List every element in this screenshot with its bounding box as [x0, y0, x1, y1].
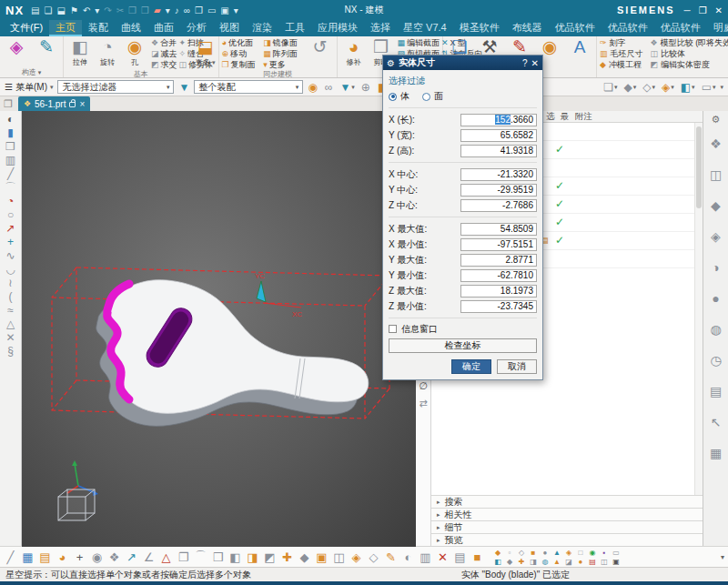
collapsed-section[interactable]: ▸相关性	[431, 508, 703, 520]
ribbon-tab[interactable]: 分析	[180, 20, 213, 36]
open-file-icon[interactable]: ❏	[45, 5, 53, 15]
compare-body-icon[interactable]: ◫比较体	[651, 48, 728, 59]
new-file-icon[interactable]: ▤	[31, 5, 39, 15]
mini-icon-19[interactable]: ●	[576, 558, 585, 566]
window-view-icon[interactable]: ❏▾	[603, 81, 617, 94]
mini-icon-16[interactable]: ◍	[541, 558, 550, 566]
field-input[interactable]: -29.9519	[460, 184, 537, 197]
field-input[interactable]: -21.3320	[460, 168, 537, 181]
select-tool-icon[interactable]: ↖	[706, 413, 726, 431]
snap-x-icon[interactable]: ✕	[436, 550, 450, 564]
snap-grid-icon[interactable]: ▦	[21, 550, 35, 564]
dialog-title-bar[interactable]: ⚙ 实体尺寸 ? ✕	[383, 55, 542, 70]
mini-icon-14[interactable]: ✚	[517, 558, 526, 566]
more-basic-button[interactable]: ⬓ 更多 ▾	[196, 37, 216, 67]
mini-icon-22[interactable]: ▣	[612, 558, 621, 566]
studio-view-icon[interactable]: ◈▾	[662, 81, 674, 94]
cancel-button[interactable]: 取消	[497, 359, 537, 374]
command-caret-icon[interactable]: ▾	[166, 5, 170, 15]
refresh-list-icon[interactable]: ⇄	[419, 398, 427, 409]
magnet-icon[interactable]: ⊕	[361, 81, 371, 94]
ribbon-tab[interactable]: 曲面	[147, 20, 180, 36]
shaded-view-icon[interactable]: ◆▾	[624, 81, 637, 94]
mini-icon-20[interactable]: ▤	[588, 558, 597, 566]
window-icon[interactable]: ▭	[207, 5, 216, 15]
bookmark-icon[interactable]: ⚑	[70, 5, 78, 15]
gear-icon[interactable]: ⚙	[712, 114, 721, 126]
snap-half3-icon[interactable]: ◩	[263, 550, 277, 564]
window-layout-icon[interactable]: ❐	[4, 98, 13, 110]
dialog-close-icon[interactable]: ✕	[531, 58, 539, 68]
reverse-shell-icon[interactable]: ❒	[5, 140, 15, 153]
engrave-text-icon[interactable]: ✑刻字	[600, 37, 643, 48]
cylinder-icon[interactable]: ▥	[5, 154, 15, 166]
mini-icon-17[interactable]: ▲	[552, 558, 561, 566]
mini-icon-2[interactable]: ▫	[505, 549, 514, 557]
snap-pair-icon[interactable]: ∞	[325, 81, 334, 94]
snap-add-icon[interactable]: ✚	[280, 550, 294, 564]
snap-plus-icon[interactable]: +	[73, 550, 86, 564]
ribbon-tab[interactable]: 优品软件	[654, 20, 707, 36]
bridge-curve-icon[interactable]: (	[9, 290, 13, 303]
collapsed-section[interactable]: ▸细节	[431, 520, 703, 533]
filter-funnel-icon[interactable]: ▼▾	[339, 81, 354, 94]
snap-arc-icon[interactable]: ⌒	[194, 549, 207, 565]
ribbon-tab[interactable]: 优品软件	[549, 20, 602, 36]
duplicate-window-icon[interactable]: ❐	[195, 5, 203, 15]
blank-size-icon[interactable]: ▥毛坯尺寸	[600, 48, 643, 59]
mini-icon-18[interactable]: ◪	[564, 558, 573, 566]
toolbar-more-icon[interactable]: ▾	[721, 553, 724, 561]
selection-filter-dropdown[interactable]: 无选择过滤器▾	[57, 80, 174, 94]
line-icon[interactable]: ╱	[7, 167, 14, 180]
part-tab-56-1[interactable]: ❖ 56-1.prt ×	[18, 96, 90, 111]
field-input[interactable]: -2.7686	[460, 199, 537, 212]
info-window-checkbox[interactable]	[389, 325, 397, 333]
snap-half2-icon[interactable]: ◨	[246, 550, 259, 564]
snap-panel-icon[interactable]: ▤	[38, 550, 52, 564]
ribbon-tab[interactable]: 布线器	[506, 20, 549, 36]
assembly-navigator-icon[interactable]: ❖	[706, 135, 726, 153]
window-grid-icon[interactable]: ▦	[706, 444, 726, 462]
hide-icon[interactable]: ∅	[419, 380, 428, 392]
field-input[interactable]: 18.1973	[460, 285, 537, 298]
snap-line-icon[interactable]: ╱	[4, 550, 17, 564]
datum-plane-icon[interactable]: ◈	[3, 37, 30, 57]
constraint-navigator-icon[interactable]: ◫	[706, 166, 726, 184]
face-analysis-icon[interactable]: ◐	[7, 113, 14, 126]
copy-face-icon[interactable]: ❐复制面	[222, 59, 262, 70]
undo-caret-icon[interactable]: ▾	[95, 5, 99, 15]
deviation-gauge-icon[interactable]: ▮	[7, 126, 14, 139]
touch-command-icon[interactable]: ▰	[154, 5, 161, 15]
navigator-column-header[interactable]: 最	[561, 111, 570, 123]
mini-icon-4[interactable]: ■	[529, 549, 538, 557]
section-view-icon[interactable]: ◧▾	[681, 81, 695, 94]
snap-square-icon[interactable]: ▣	[315, 550, 329, 564]
capture-caret-icon[interactable]: ▾	[234, 5, 238, 15]
ribbon-tab[interactable]: 优品软件	[602, 20, 654, 36]
paste-icon[interactable]: ❒	[141, 5, 149, 15]
mini-icon-15[interactable]: ◨	[529, 558, 538, 566]
helix-icon[interactable]: §	[7, 345, 14, 358]
navigator-scrollbar[interactable]	[694, 123, 703, 495]
collapsed-section[interactable]: ▸预览	[431, 533, 703, 546]
mini-icon-1[interactable]: ◆	[493, 549, 502, 557]
snap-vector-icon[interactable]: ↗	[125, 550, 138, 564]
toolbar-overflow-icon[interactable]: ▾	[720, 84, 723, 91]
ribbon-tab[interactable]: 文件(F)	[4, 20, 49, 36]
project-curve-icon[interactable]: △	[6, 318, 15, 330]
ribbon-tab[interactable]: 明威科技	[707, 20, 728, 36]
ribbon-tab[interactable]: 星空 V7.4	[397, 20, 453, 36]
snap-angle-icon[interactable]: ∠	[142, 550, 156, 564]
mini-icon-10[interactable]: ▪	[600, 549, 609, 557]
snap-half1-icon[interactable]: ◧	[228, 550, 242, 564]
snap-solid-icon[interactable]: ◕	[56, 550, 69, 564]
field-input[interactable]: 65.6582	[460, 129, 537, 142]
mini-icon-5[interactable]: ●	[541, 549, 550, 557]
ribbon-tab[interactable]: 主页	[49, 20, 82, 36]
field-input[interactable]: 2.8771	[460, 254, 537, 267]
part-navigator-icon[interactable]: ◆	[706, 197, 726, 215]
intersect-icon[interactable]: ◩求交	[151, 59, 177, 70]
filter-radio[interactable]: 体	[389, 90, 410, 103]
mini-icon-12[interactable]: ◧	[493, 558, 502, 566]
minimize-button[interactable]: ─	[684, 5, 691, 15]
